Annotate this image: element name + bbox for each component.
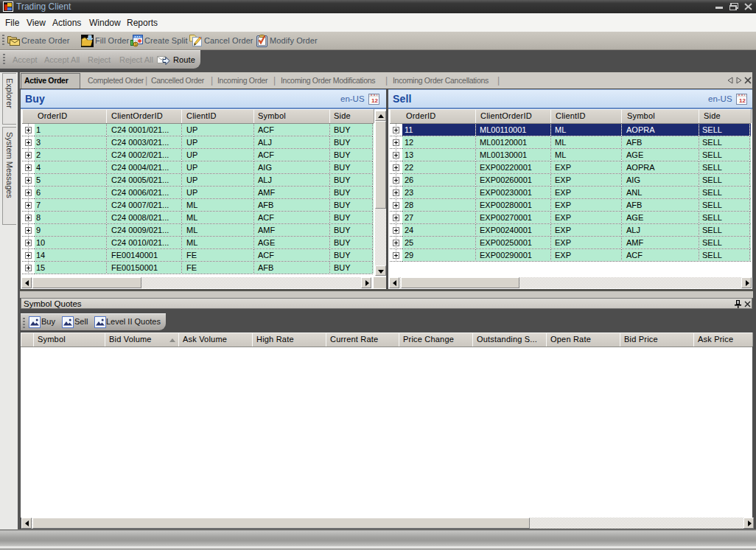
svg-text:12: 12 — [739, 97, 746, 104]
svg-text:$: $ — [134, 41, 137, 46]
svg-text:12: 12 — [371, 97, 378, 104]
